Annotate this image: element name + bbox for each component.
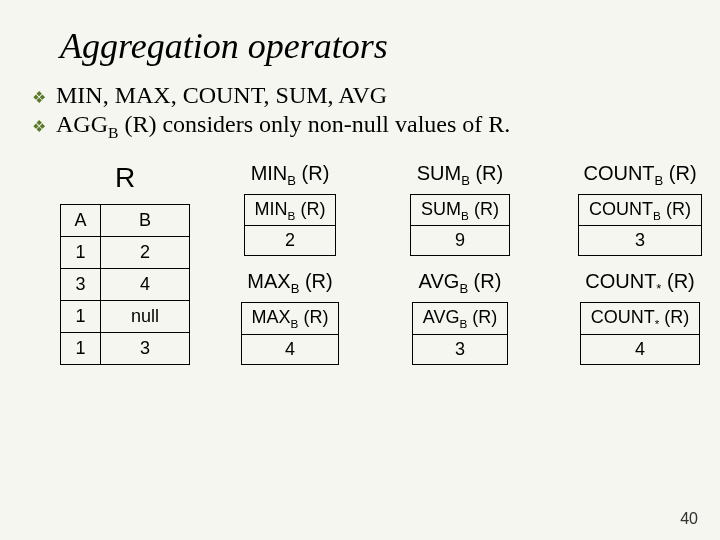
relation-name: R: [60, 162, 190, 194]
result-header: MAXB (R): [241, 303, 339, 335]
result-table: MINB (R) 2: [244, 194, 337, 257]
result-table: COUNT* (R) 4: [580, 302, 701, 365]
page-number: 40: [680, 510, 698, 528]
result-header: MINB (R): [244, 194, 336, 226]
bullet-text: AGGB (R) considers only non-null values …: [56, 111, 510, 142]
countb-block: COUNTB (R) COUNTB (R) 3: [555, 162, 720, 257]
max-block: MAXB (R) MAXB (R) 4: [215, 270, 365, 365]
slide-title: Aggregation operators: [60, 25, 680, 67]
result-value: 3: [412, 334, 507, 364]
result-value: 3: [579, 226, 702, 256]
result-table: COUNTB (R) 3: [578, 194, 702, 257]
bullet-item: ❖ AGGB (R) considers only non-null value…: [32, 111, 680, 142]
result-table: SUMB (R) 9: [410, 194, 510, 257]
result-value: 9: [411, 226, 510, 256]
table-row: 12: [61, 236, 190, 268]
result-value: 4: [241, 334, 339, 364]
content-area: R A B 12 34 1null 13 MINB (R) MINB (R) 2: [60, 162, 680, 365]
result-value: 4: [580, 334, 700, 364]
relation-table: A B 12 34 1null 13: [60, 204, 190, 365]
result-header: COUNT* (R): [580, 303, 700, 335]
operators-grid: MINB (R) MINB (R) 2 SUMB (R) SUMB (R) 9 …: [215, 162, 720, 365]
bullet-item: ❖ MIN, MAX, COUNT, SUM, AVG: [32, 82, 680, 109]
op-title: SUMB (R): [385, 162, 535, 188]
result-value: 2: [244, 226, 336, 256]
op-title: COUNT* (R): [555, 270, 720, 296]
op-title: AVGB (R): [385, 270, 535, 296]
slide: Aggregation operators ❖ MIN, MAX, COUNT,…: [0, 0, 720, 540]
table-row: 13: [61, 332, 190, 364]
op-title: MAXB (R): [215, 270, 365, 296]
result-header: SUMB (R): [411, 194, 510, 226]
relation-block: R A B 12 34 1null 13: [60, 162, 190, 365]
result-table: MAXB (R) 4: [241, 302, 340, 365]
diamond-bullet-icon: ❖: [32, 117, 46, 136]
min-block: MINB (R) MINB (R) 2: [215, 162, 365, 257]
result-table: AVGB (R) 3: [412, 302, 508, 365]
bullet-list: ❖ MIN, MAX, COUNT, SUM, AVG ❖ AGGB (R) c…: [32, 82, 680, 142]
countstar-block: COUNT* (R) COUNT* (R) 4: [555, 270, 720, 365]
table-row: 34: [61, 268, 190, 300]
col-header: A: [61, 204, 101, 236]
result-header: COUNTB (R): [579, 194, 702, 226]
diamond-bullet-icon: ❖: [32, 88, 46, 107]
result-header: AVGB (R): [412, 303, 507, 335]
sum-block: SUMB (R) SUMB (R) 9: [385, 162, 535, 257]
bullet-text: MIN, MAX, COUNT, SUM, AVG: [56, 82, 387, 109]
table-row: 1null: [61, 300, 190, 332]
avg-block: AVGB (R) AVGB (R) 3: [385, 270, 535, 365]
col-header: B: [100, 204, 189, 236]
op-title: MINB (R): [215, 162, 365, 188]
op-title: COUNTB (R): [555, 162, 720, 188]
table-header-row: A B: [61, 204, 190, 236]
